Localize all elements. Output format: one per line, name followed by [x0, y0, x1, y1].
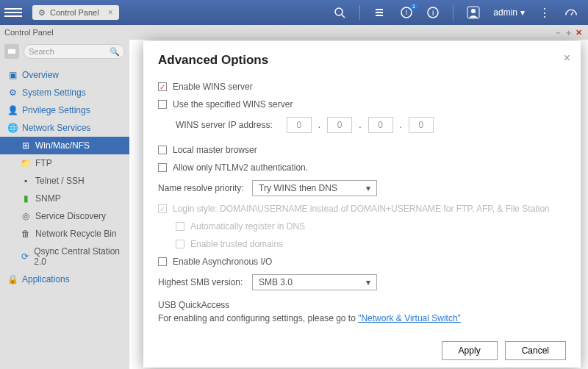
sidebar-item-qsync[interactable]: ⟳Qsync Central Station 2.0: [0, 243, 129, 271]
wins-ip-octet-2[interactable]: [327, 117, 352, 133]
svg-point-10: [471, 9, 476, 13]
info-icon[interactable]: i: [426, 6, 440, 19]
label-trusted-domains: Enable trusted domains: [190, 239, 283, 249]
top-bar: ⚙ Control Panel × ! 1 i admin ▾ ⋮: [0, 0, 588, 25]
notification-badge: 1: [410, 3, 417, 10]
wins-ip-octet-4[interactable]: [409, 117, 434, 133]
overview-icon: ▣: [7, 70, 18, 80]
wins-ip-octet-1[interactable]: [287, 117, 312, 133]
label-ntlmv2: Allow only NTLMv2 authentication.: [173, 162, 308, 173]
label-smb-version: Highest SMB version:: [158, 277, 246, 287]
label-async-io: Enable Asynchronous I/O: [173, 257, 272, 267]
sidebar: Search 🔍 ▣Overview ⚙System Settings 👤Pri…: [0, 40, 129, 369]
search-icon[interactable]: [333, 6, 346, 19]
close-tab-icon[interactable]: ×: [108, 7, 113, 18]
label-wins-ip: WINS server IP address:: [176, 120, 273, 130]
user-label: admin: [493, 7, 517, 18]
label-login-style: Login style: DOMAIN\USERNAME instead of …: [173, 204, 550, 214]
bars-icon: ▮: [21, 193, 31, 204]
sidebar-item-privilege-settings[interactable]: 👤Privilege Settings: [0, 101, 129, 119]
chevron-down-icon: ▾: [366, 277, 370, 287]
windows-icon: ⊞: [21, 140, 31, 151]
globe-icon: 🌐: [7, 123, 18, 133]
dashboard-icon[interactable]: [564, 6, 578, 19]
checkbox-enable-wins[interactable]: ✓: [158, 82, 167, 91]
svg-text:i: i: [432, 9, 434, 17]
search-glass-icon: 🔍: [110, 47, 120, 57]
window-title: Control Panel: [4, 28, 54, 37]
apps-icon: 🔒: [7, 274, 18, 284]
menu-icon[interactable]: [4, 4, 22, 21]
label-enable-wins: Enable WINS server: [173, 82, 253, 92]
label-resolve-priority: Name resolve priority:: [158, 183, 246, 193]
checkbox-trusted-domains: [176, 240, 184, 248]
window-titlebar: Control Panel － ＋ ✕: [0, 25, 588, 40]
svg-rect-4: [376, 15, 383, 16]
user-icon: 👤: [7, 105, 18, 115]
search-input[interactable]: Search 🔍: [24, 44, 125, 59]
svg-rect-3: [376, 12, 383, 13]
wins-ip-octet-3[interactable]: [368, 117, 393, 133]
label-use-specified-wins: Use the specified WINS server: [173, 99, 293, 110]
sidebar-toggle-icon[interactable]: [4, 44, 19, 59]
select-smb-version[interactable]: SMB 3.0 ▾: [252, 274, 377, 290]
app-tab-label: Control Panel: [50, 8, 99, 17]
sidebar-item-network-recycle-bin[interactable]: 🗑Network Recycle Bin: [0, 225, 129, 243]
maximize-button[interactable]: ＋: [563, 27, 573, 38]
apply-button[interactable]: Apply: [442, 341, 498, 360]
app-tab-control-panel[interactable]: ⚙ Control Panel ×: [32, 5, 119, 20]
sidebar-item-system-settings[interactable]: ⚙System Settings: [0, 84, 129, 101]
advanced-options-dialog: Advanced Options × ✓ Enable WINS server …: [143, 41, 581, 368]
svg-text:!: !: [406, 9, 408, 16]
svg-rect-2: [376, 9, 383, 10]
sidebar-item-ftp[interactable]: 📁FTP: [0, 154, 129, 172]
checkbox-use-specified-wins[interactable]: [158, 100, 167, 109]
tasks-icon[interactable]: [373, 6, 387, 19]
chevron-down-icon: ▾: [366, 183, 370, 193]
svg-line-1: [342, 15, 345, 18]
terminal-icon: ▪: [21, 176, 31, 186]
close-window-button[interactable]: ✕: [573, 28, 584, 37]
sidebar-item-win-mac-nfs[interactable]: ⊞Win/Mac/NFS: [0, 137, 129, 154]
user-icon[interactable]: [467, 6, 480, 19]
sidebar-item-applications[interactable]: 🔒Applications: [0, 271, 129, 288]
label-usb-quickaccess: USB QuickAccess: [158, 300, 566, 310]
usb-text: For enabling and configuring settings, p…: [158, 313, 358, 323]
minimize-button[interactable]: －: [553, 27, 563, 38]
sidebar-item-snmp[interactable]: ▮SNMP: [0, 190, 129, 207]
more-icon[interactable]: ⋮: [538, 6, 551, 19]
sync-icon: ⟳: [21, 251, 29, 262]
search-placeholder: Search: [29, 47, 54, 56]
select-resolve-priority[interactable]: Try WINS then DNS ▾: [252, 180, 377, 196]
sidebar-item-service-discovery[interactable]: ◎Service Discovery: [0, 207, 129, 225]
notification-icon[interactable]: ! 1: [400, 6, 413, 19]
sidebar-item-network-services[interactable]: 🌐Network Services: [0, 119, 129, 137]
user-menu[interactable]: admin ▾: [493, 7, 525, 18]
cancel-button[interactable]: Cancel: [505, 341, 566, 360]
sidebar-item-telnet-ssh[interactable]: ▪Telnet / SSH: [0, 172, 129, 190]
discovery-icon: ◎: [21, 211, 31, 221]
gear-icon: ⚙: [7, 87, 18, 98]
label-local-master: Local master browser: [173, 145, 257, 155]
checkbox-async-io[interactable]: [158, 257, 167, 266]
label-auto-dns: Automatically register in DNS: [190, 221, 305, 232]
checkbox-local-master[interactable]: [158, 146, 167, 154]
dialog-close-icon[interactable]: ×: [564, 51, 570, 65]
svg-line-11: [571, 12, 573, 15]
link-network-virtual-switch[interactable]: "Network & Virtual Switch": [358, 313, 461, 323]
checkbox-ntlmv2[interactable]: [158, 163, 167, 172]
ftp-icon: 📁: [21, 158, 31, 168]
checkbox-auto-dns: [176, 222, 184, 231]
sidebar-item-overview[interactable]: ▣Overview: [0, 66, 129, 84]
dialog-title: Advanced Options: [158, 53, 566, 68]
gear-icon: ⚙: [38, 8, 46, 18]
svg-point-0: [335, 8, 343, 15]
checkbox-login-style: ✓: [158, 204, 167, 213]
recycle-icon: 🗑: [21, 229, 31, 239]
